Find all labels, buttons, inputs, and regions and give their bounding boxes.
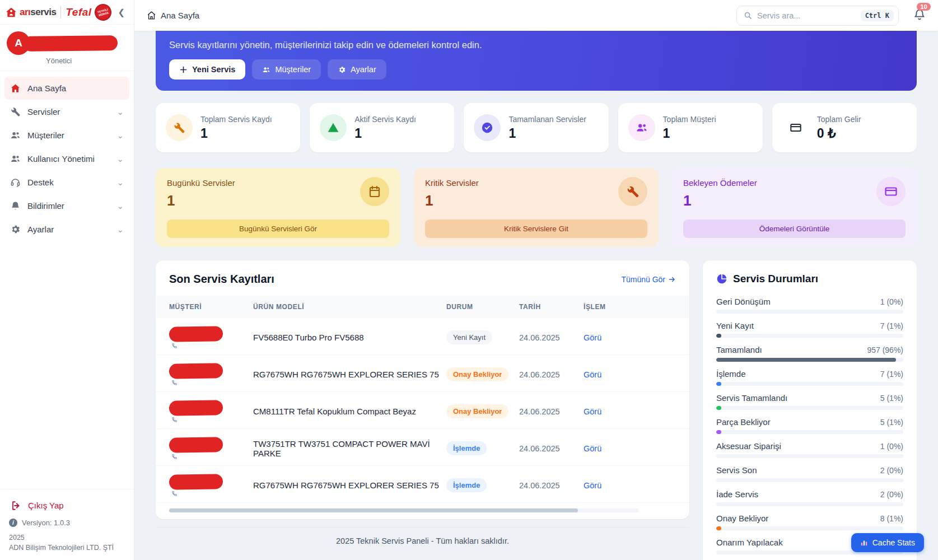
customer-cell [169,400,253,423]
progress-bar [716,334,903,338]
customers-button[interactable]: Müşteriler [252,59,321,80]
sidebar-item-label: Kullanıcı Yönetimi [27,154,95,164]
chevron-down-icon: ⌄ [116,154,124,164]
progress-bar-fill [716,334,721,338]
scrollbar-thumb[interactable] [169,508,578,512]
status-item: Parça Bekliyor 5 (1%) [716,413,903,437]
progress-bar-fill [716,526,721,530]
main-area: Ana Sayfa Servis ara... Ctrl K 10 Servis… [134,0,938,560]
page-content: Servis kayıtlarını yönetin, müşterilerin… [134,31,938,560]
critical-services-card: Kritik Servisler 1 Kritik Servislere Git [414,168,659,247]
progress-bar [716,526,903,530]
stat-label: Toplam Gelir [817,115,861,124]
progress-bar [716,430,903,434]
nav-icon [10,83,21,94]
status-item: Servis Tamamlandı 5 (1%) [716,389,903,413]
sidebar-item-label: Ayarlar [27,225,54,234]
phone-icon [171,343,178,349]
today-services-button[interactable]: Bugünkü Servisleri Gör [167,220,389,238]
notifications-button[interactable]: 10 [913,8,926,23]
brand-name: arıservis [20,7,56,18]
view-all-link[interactable]: Tümünü Gör [621,275,676,284]
service-date: 24.06.2025 [519,481,584,490]
progress-bar [716,358,903,362]
table-row: RG7675WH RG7675WH EXPLORER SERIES 75 Ona… [156,355,689,392]
view-detail-link[interactable]: Görü [584,444,623,453]
status-label: Parça Bekliyor [716,417,771,427]
sidebar-item[interactable]: Destek ⌄ [4,171,129,194]
sidebar-item[interactable]: Servisler ⌄ [4,100,129,123]
logo-divider [60,6,61,18]
status-label: Servis Tamamlandı [716,393,787,403]
view-detail-link[interactable]: Görü [584,333,623,342]
view-detail-link[interactable]: Görü [584,481,623,490]
sidebar-item-label: Servisler [27,107,60,116]
new-service-button[interactable]: Yeni Servis [169,59,245,80]
status-badge: Yeni Kayıt [446,330,492,344]
progress-bar [716,502,903,506]
table-body: FV5688E0 Turbo Pro FV5688 Yeni Kayıt 24.… [156,318,689,503]
redacted-customer-name [169,400,223,416]
view-payments-button[interactable]: Ödemeleri Görüntüle [683,220,906,238]
critical-services-button[interactable]: Kritik Servislere Git [425,220,647,238]
phone-icon [171,491,178,497]
phone-icon [171,454,178,460]
authorized-service-badge: YETKİLİ SERVİS [92,2,113,22]
sidebar-item[interactable]: Bildirimler ⌄ [4,194,129,217]
status-value: 5 (1%) [880,418,903,427]
status-item: İade Servis 2 (0%) [716,486,903,510]
status-list: Geri Dönüşüm 1 (0%) Yeni Kayıt 7 (1%) [716,293,903,558]
sidebar-collapse-button[interactable]: ❮ [114,6,128,18]
status-label: Onay Bekliyor [716,514,768,523]
stat-card: Aktif Servis Kaydı 1 [310,103,454,152]
stat-card: Toplam Gelir 0 ₺ [772,103,917,152]
view-detail-link[interactable]: Görü [584,407,623,416]
cache-stats-button[interactable]: Cache Stats [851,533,924,552]
sidebar-footer: Çıkış Yap i Versiyon: 1.0.3 2025 ADN Bil… [0,489,134,560]
arrow-right-icon [668,276,676,283]
sidebar-item[interactable]: Kullanıcı Yönetimi ⌄ [4,147,129,170]
credit-card-icon [876,177,906,206]
status-value: 1 (0%) [880,442,903,451]
chevron-down-icon: ⌄ [116,178,124,188]
breadcrumb[interactable]: Ana Sayfa [147,11,199,20]
customer-cell [169,474,253,497]
chevron-down-icon: ⌄ [116,107,124,117]
sidebar-item[interactable]: Ana Sayfa ⌄ [4,77,129,100]
progress-bar [716,454,903,458]
sidebar-item[interactable]: Ayarlar ⌄ [4,218,129,241]
status-item: Tamamlandı 957 (96%) [716,341,903,365]
view-detail-link[interactable]: Görü [584,370,623,379]
plus-icon [179,66,188,74]
sidebar-item-label: Müşteriler [27,130,64,140]
stat-label: Toplam Müşteri [663,115,716,124]
redacted-customer-name [169,326,223,342]
settings-button[interactable]: Ayarlar [328,59,386,80]
service-date: 24.06.2025 [519,333,584,342]
avatar[interactable]: A [7,31,30,55]
progress-bar [716,406,903,410]
sidebar-item[interactable]: Müşteriler ⌄ [4,124,129,147]
user-role: Yönetici [46,57,127,65]
stat-value: 1 [200,126,272,141]
product-model: FV5688E0 Turbo Pro FV5688 [253,333,446,342]
user-info: A Yönetici [0,25,134,71]
pending-payments-card: Bekleyen Ödemeler 1 Ödemeleri Görüntüle [672,168,917,247]
product-model: RG7675WH RG7675WH EXPLORER SERIES 75 [253,370,446,379]
gear-icon [338,66,346,74]
service-statuses-card: Servis Durumları Geri Dönüşüm 1 (0%) [703,260,917,560]
recent-services-title: Son Servis Kayıtları [169,273,274,286]
horizontal-scrollbar [169,508,639,512]
status-item: Aksesuar Siparişi 1 (0%) [716,437,903,461]
footer: 2025 Teknik Servis Paneli - Tüm hakları … [156,527,689,545]
customer-cell [169,363,253,386]
brand-logo: arıservis Tefal YETKİLİ SERVİS ❮ [0,0,134,25]
search-input[interactable]: Servis ara... Ctrl K [736,6,899,26]
search-icon [744,11,752,20]
progress-bar-fill [716,382,721,386]
sidebar-nav: Ana Sayfa ⌄ Servisler ⌄ Müşteriler ⌄ Kul… [0,71,134,489]
progress-bar [716,382,903,386]
status-value: 5 (1%) [880,394,903,403]
logout-button[interactable]: Çıkış Yap [9,497,125,519]
progress-bar [716,478,903,482]
